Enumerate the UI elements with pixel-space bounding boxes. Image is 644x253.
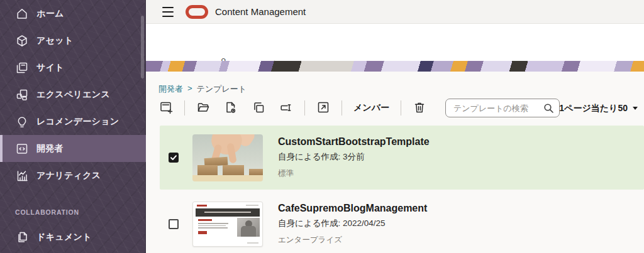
template-name: CafeSupremoBlogManagement: [278, 203, 427, 214]
sidebar-item-label: 開発者: [36, 143, 64, 154]
sidebar-item-assets[interactable]: アセット: [0, 27, 146, 54]
sidebar-scrollbar[interactable]: [141, 16, 144, 78]
template-row[interactable]: CustomStartBootstrapTemplate 自身による作成: 3分…: [160, 126, 644, 190]
sidebar-item-label: エクスペリエンス: [36, 89, 110, 100]
toolbar-divider: [184, 100, 185, 116]
template-name: CustomStartBootstrapTemplate: [278, 136, 430, 148]
rename-icon: [279, 100, 293, 116]
create-template-button[interactable]: [152, 99, 180, 117]
sidebar-item-label: アナリティクス: [36, 170, 101, 181]
copy-template-button[interactable]: [245, 99, 272, 117]
developer-icon: [15, 142, 29, 156]
template-row[interactable]: CafeSupremoBlogManagement 自身による作成: 2022/…: [160, 196, 644, 252]
trash-icon: [413, 100, 426, 116]
template-created-info: 自身による作成: 2022/04/25: [278, 218, 427, 229]
experiences-icon: [15, 88, 29, 102]
per-page-label: 1ページ当たり50: [559, 99, 628, 117]
analytics-icon: [15, 169, 29, 183]
breadcrumb-current: テンプレート: [197, 83, 247, 95]
sidebar: ホーム アセット サイト エクスペリエンス レコメンデーション: [0, 0, 146, 253]
search-box: [445, 99, 560, 117]
asset-icon: [15, 34, 29, 48]
sidebar-item-label: サイト: [36, 62, 64, 73]
home-icon: [15, 7, 29, 21]
app-window: ホーム アセット サイト エクスペリエンス レコメンデーション: [0, 0, 644, 253]
main-area: Content Management テンプレート すべて 開発者 > テンプレ…: [146, 0, 644, 253]
breadcrumb-link-developer[interactable]: 開発者: [158, 83, 183, 95]
template-type-label: エンタープライズ: [278, 235, 427, 245]
template-created-info: 自身による作成: 3分前: [278, 151, 430, 163]
sidebar-item-label: ドキュメント: [36, 232, 92, 243]
sidebar-item-sites[interactable]: サイト: [0, 54, 146, 81]
row-checkbox-unchecked[interactable]: [169, 219, 179, 229]
open-template-button[interactable]: [189, 99, 217, 117]
decorative-banner: [146, 61, 644, 72]
sidebar-item-experiences[interactable]: エクスペリエンス: [0, 81, 146, 108]
content-area: 開発者 > テンプレート: [146, 72, 644, 253]
sidebar-item-home[interactable]: ホーム: [0, 0, 146, 27]
sidebar-item-developer[interactable]: 開発者: [0, 135, 146, 162]
sidebar-section-collaboration: COLLABORATION: [15, 205, 79, 220]
export-icon: [316, 100, 330, 116]
sidebar-item-label: アセット: [36, 35, 74, 46]
sidebar-item-analytics[interactable]: アナリティクス: [0, 162, 146, 189]
toolbar-divider: [341, 100, 342, 116]
sidebar-item-documents[interactable]: ドキュメント: [0, 223, 146, 250]
template-thumbnail-website: [192, 202, 263, 247]
export-template-button[interactable]: [309, 99, 337, 117]
open-folder-icon: [196, 100, 210, 116]
members-button[interactable]: メンバー: [347, 99, 396, 117]
delete-template-button[interactable]: [406, 99, 433, 117]
recommendations-icon: [15, 115, 29, 129]
document-preview-icon: [224, 100, 238, 116]
rename-template-button[interactable]: [272, 99, 300, 117]
sidebar-item-recommendations[interactable]: レコメンデーション: [0, 108, 146, 135]
template-thumbnail-blocks: [192, 134, 263, 181]
documents-icon: [15, 230, 29, 244]
per-page-dropdown[interactable]: 1ページ当たり50: [559, 99, 638, 117]
breadcrumb: 開発者 > テンプレート: [158, 83, 247, 95]
breadcrumb-separator: >: [187, 83, 192, 95]
sites-icon: [15, 61, 29, 75]
preview-template-button[interactable]: [217, 99, 245, 117]
toolbar-divider: [401, 100, 401, 116]
sidebar-item-label: ホーム: [36, 8, 64, 19]
sidebar-item-label: レコメンデーション: [36, 116, 119, 127]
search-icon[interactable]: [543, 102, 554, 114]
create-template-icon: [159, 100, 173, 116]
template-type-label: 標準: [278, 168, 430, 179]
top-header: Content Management: [146, 0, 644, 24]
toolbar-divider: [304, 100, 305, 116]
chevron-down-icon: [633, 107, 638, 110]
app-title: Content Management: [215, 0, 306, 24]
page-title-bar: テンプレート すべて: [146, 24, 644, 61]
templates-toolbar: メンバー: [152, 97, 433, 119]
hamburger-menu-icon[interactable]: [162, 7, 175, 17]
copy-icon: [252, 100, 265, 116]
row-checkbox-checked[interactable]: [169, 153, 179, 163]
oracle-logo: [186, 5, 208, 19]
